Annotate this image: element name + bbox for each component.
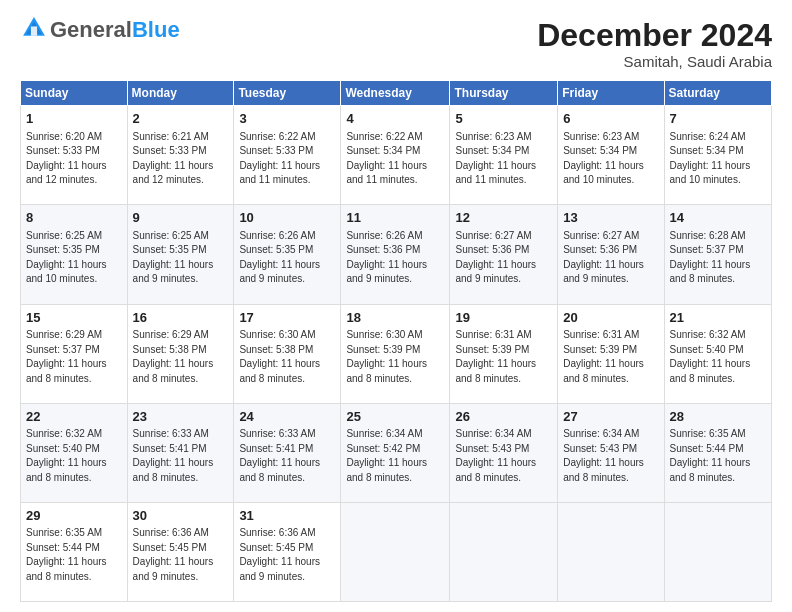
day-number: 10: [239, 209, 335, 227]
table-row: 18Sunrise: 6:30 AMSunset: 5:39 PMDayligh…: [341, 304, 450, 403]
day-number: 9: [133, 209, 229, 227]
calendar-week-row: 22Sunrise: 6:32 AMSunset: 5:40 PMDayligh…: [21, 403, 772, 502]
day-info: Sunrise: 6:29 AMSunset: 5:38 PMDaylight:…: [133, 329, 214, 384]
table-row: 11Sunrise: 6:26 AMSunset: 5:36 PMDayligh…: [341, 205, 450, 304]
day-info: Sunrise: 6:36 AMSunset: 5:45 PMDaylight:…: [239, 527, 320, 582]
logo-general: General: [50, 17, 132, 42]
day-info: Sunrise: 6:24 AMSunset: 5:34 PMDaylight:…: [670, 131, 751, 186]
table-row: [664, 502, 771, 601]
table-row: 22Sunrise: 6:32 AMSunset: 5:40 PMDayligh…: [21, 403, 128, 502]
day-info: Sunrise: 6:30 AMSunset: 5:39 PMDaylight:…: [346, 329, 427, 384]
day-info: Sunrise: 6:21 AMSunset: 5:33 PMDaylight:…: [133, 131, 214, 186]
table-row: 6Sunrise: 6:23 AMSunset: 5:34 PMDaylight…: [558, 106, 664, 205]
day-info: Sunrise: 6:27 AMSunset: 5:36 PMDaylight:…: [563, 230, 644, 285]
table-row: 8Sunrise: 6:25 AMSunset: 5:35 PMDaylight…: [21, 205, 128, 304]
col-tuesday: Tuesday: [234, 81, 341, 106]
table-row: 14Sunrise: 6:28 AMSunset: 5:37 PMDayligh…: [664, 205, 771, 304]
day-number: 26: [455, 408, 552, 426]
day-info: Sunrise: 6:22 AMSunset: 5:33 PMDaylight:…: [239, 131, 320, 186]
table-row: 28Sunrise: 6:35 AMSunset: 5:44 PMDayligh…: [664, 403, 771, 502]
table-row: 10Sunrise: 6:26 AMSunset: 5:35 PMDayligh…: [234, 205, 341, 304]
day-info: Sunrise: 6:27 AMSunset: 5:36 PMDaylight:…: [455, 230, 536, 285]
day-number: 28: [670, 408, 766, 426]
title-block: December 2024 Samitah, Saudi Arabia: [537, 18, 772, 70]
day-number: 12: [455, 209, 552, 227]
day-number: 25: [346, 408, 444, 426]
logo-blue: Blue: [132, 17, 180, 42]
day-number: 15: [26, 309, 122, 327]
day-info: Sunrise: 6:32 AMSunset: 5:40 PMDaylight:…: [670, 329, 751, 384]
table-row: 5Sunrise: 6:23 AMSunset: 5:34 PMDaylight…: [450, 106, 558, 205]
day-info: Sunrise: 6:35 AMSunset: 5:44 PMDaylight:…: [26, 527, 107, 582]
month-title: December 2024: [537, 18, 772, 53]
table-row: 1Sunrise: 6:20 AMSunset: 5:33 PMDaylight…: [21, 106, 128, 205]
svg-rect-2: [31, 26, 37, 35]
day-info: Sunrise: 6:31 AMSunset: 5:39 PMDaylight:…: [563, 329, 644, 384]
col-friday: Friday: [558, 81, 664, 106]
day-info: Sunrise: 6:36 AMSunset: 5:45 PMDaylight:…: [133, 527, 214, 582]
calendar-week-row: 15Sunrise: 6:29 AMSunset: 5:37 PMDayligh…: [21, 304, 772, 403]
day-number: 18: [346, 309, 444, 327]
day-info: Sunrise: 6:22 AMSunset: 5:34 PMDaylight:…: [346, 131, 427, 186]
col-saturday: Saturday: [664, 81, 771, 106]
day-info: Sunrise: 6:25 AMSunset: 5:35 PMDaylight:…: [133, 230, 214, 285]
day-info: Sunrise: 6:23 AMSunset: 5:34 PMDaylight:…: [455, 131, 536, 186]
logo-text: GeneralBlue: [50, 19, 180, 41]
day-info: Sunrise: 6:31 AMSunset: 5:39 PMDaylight:…: [455, 329, 536, 384]
table-row: 2Sunrise: 6:21 AMSunset: 5:33 PMDaylight…: [127, 106, 234, 205]
day-info: Sunrise: 6:28 AMSunset: 5:37 PMDaylight:…: [670, 230, 751, 285]
table-row: 25Sunrise: 6:34 AMSunset: 5:42 PMDayligh…: [341, 403, 450, 502]
table-row: 3Sunrise: 6:22 AMSunset: 5:33 PMDaylight…: [234, 106, 341, 205]
table-row: 23Sunrise: 6:33 AMSunset: 5:41 PMDayligh…: [127, 403, 234, 502]
day-number: 3: [239, 110, 335, 128]
col-thursday: Thursday: [450, 81, 558, 106]
table-row: 30Sunrise: 6:36 AMSunset: 5:45 PMDayligh…: [127, 502, 234, 601]
day-number: 16: [133, 309, 229, 327]
day-info: Sunrise: 6:26 AMSunset: 5:35 PMDaylight:…: [239, 230, 320, 285]
day-number: 5: [455, 110, 552, 128]
day-info: Sunrise: 6:35 AMSunset: 5:44 PMDaylight:…: [670, 428, 751, 483]
table-row: 7Sunrise: 6:24 AMSunset: 5:34 PMDaylight…: [664, 106, 771, 205]
location-title: Samitah, Saudi Arabia: [537, 53, 772, 70]
table-row: 4Sunrise: 6:22 AMSunset: 5:34 PMDaylight…: [341, 106, 450, 205]
day-number: 2: [133, 110, 229, 128]
day-info: Sunrise: 6:33 AMSunset: 5:41 PMDaylight:…: [239, 428, 320, 483]
table-row: 24Sunrise: 6:33 AMSunset: 5:41 PMDayligh…: [234, 403, 341, 502]
day-number: 8: [26, 209, 122, 227]
day-number: 7: [670, 110, 766, 128]
table-row: 27Sunrise: 6:34 AMSunset: 5:43 PMDayligh…: [558, 403, 664, 502]
day-number: 22: [26, 408, 122, 426]
table-row: [450, 502, 558, 601]
col-monday: Monday: [127, 81, 234, 106]
day-info: Sunrise: 6:25 AMSunset: 5:35 PMDaylight:…: [26, 230, 107, 285]
day-info: Sunrise: 6:30 AMSunset: 5:38 PMDaylight:…: [239, 329, 320, 384]
calendar-week-row: 29Sunrise: 6:35 AMSunset: 5:44 PMDayligh…: [21, 502, 772, 601]
table-row: [341, 502, 450, 601]
day-number: 24: [239, 408, 335, 426]
day-number: 17: [239, 309, 335, 327]
logo-icon: [20, 14, 48, 42]
col-wednesday: Wednesday: [341, 81, 450, 106]
day-number: 11: [346, 209, 444, 227]
calendar-week-row: 1Sunrise: 6:20 AMSunset: 5:33 PMDaylight…: [21, 106, 772, 205]
header: GeneralBlue December 2024 Samitah, Saudi…: [20, 18, 772, 70]
calendar-header-row: Sunday Monday Tuesday Wednesday Thursday…: [21, 81, 772, 106]
table-row: 12Sunrise: 6:27 AMSunset: 5:36 PMDayligh…: [450, 205, 558, 304]
day-info: Sunrise: 6:32 AMSunset: 5:40 PMDaylight:…: [26, 428, 107, 483]
day-info: Sunrise: 6:33 AMSunset: 5:41 PMDaylight:…: [133, 428, 214, 483]
page: GeneralBlue December 2024 Samitah, Saudi…: [0, 0, 792, 612]
table-row: 17Sunrise: 6:30 AMSunset: 5:38 PMDayligh…: [234, 304, 341, 403]
day-number: 13: [563, 209, 658, 227]
day-info: Sunrise: 6:34 AMSunset: 5:42 PMDaylight:…: [346, 428, 427, 483]
table-row: 31Sunrise: 6:36 AMSunset: 5:45 PMDayligh…: [234, 502, 341, 601]
logo: GeneralBlue: [20, 18, 180, 42]
day-number: 21: [670, 309, 766, 327]
day-number: 20: [563, 309, 658, 327]
day-number: 4: [346, 110, 444, 128]
table-row: 13Sunrise: 6:27 AMSunset: 5:36 PMDayligh…: [558, 205, 664, 304]
table-row: 19Sunrise: 6:31 AMSunset: 5:39 PMDayligh…: [450, 304, 558, 403]
day-info: Sunrise: 6:34 AMSunset: 5:43 PMDaylight:…: [563, 428, 644, 483]
day-number: 14: [670, 209, 766, 227]
table-row: 16Sunrise: 6:29 AMSunset: 5:38 PMDayligh…: [127, 304, 234, 403]
day-number: 1: [26, 110, 122, 128]
